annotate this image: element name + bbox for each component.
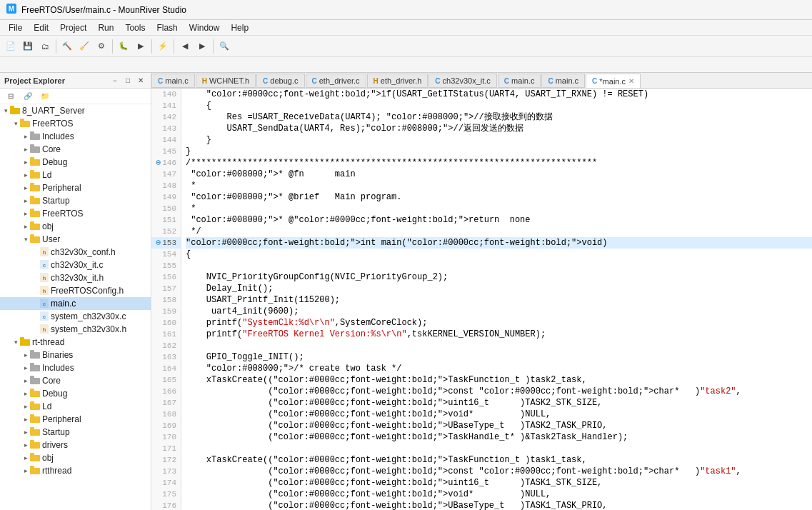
sidebar: Project Explorer － □ ✕ ⊟ 🔗 📁 ▾8_UART_Ser…	[0, 73, 151, 510]
tab-file-icon: C	[263, 77, 268, 85]
toolbar-flash[interactable]: ⚡	[155, 39, 171, 54]
menu-item-help[interactable]: Help	[225, 21, 254, 34]
tree-item-label: Startup	[42, 196, 70, 206]
line-number: 164	[151, 363, 181, 374]
sidebar-content[interactable]: ▾8_UART_Server▾FreeRTOS▸Includes▸Core▸De…	[0, 104, 151, 510]
tree-item-FreeRTOS2[interactable]: ▸FreeRTOS	[0, 207, 151, 220]
svg-rect-41	[30, 350, 34, 353]
tree-item-system_ch32v30x_c[interactable]: csystem_ch32v30x.c	[0, 310, 151, 323]
menu-item-flash[interactable]: Flash	[151, 21, 183, 34]
tree-node-icon	[30, 144, 40, 154]
tree-item-ch32v30x_it_c[interactable]: cch32v30x_it.c	[0, 259, 151, 271]
tree-item-label: Debug	[42, 157, 67, 167]
tab-5[interactable]: Cch32v30x_it.c	[428, 74, 497, 88]
tree-item-FreeRTOS[interactable]: ▾FreeRTOS	[0, 117, 151, 130]
tree-item-rtthread2[interactable]: ▸rtthread	[0, 464, 151, 477]
toolbar-sep4	[174, 39, 174, 54]
sidebar-link-editor[interactable]: 🔗	[20, 89, 36, 104]
code-editor[interactable]: 140141142143144145⊖146147148149150151152…	[151, 89, 812, 510]
menu-item-run[interactable]: Run	[92, 21, 119, 34]
sidebar-minimize[interactable]: －	[109, 75, 121, 86]
tree-item-main_c[interactable]: cmain.c	[0, 297, 151, 310]
sidebar-new-folder[interactable]: 📁	[37, 89, 53, 104]
tree-item-Ld[interactable]: ▸Ld	[0, 169, 151, 181]
tree-item-Binaries[interactable]: ▸Binaries	[0, 349, 151, 361]
tab-3[interactable]: Ceth_driver.c	[306, 74, 366, 88]
toolbar-new[interactable]: 📄	[3, 39, 19, 54]
tree-item-obj2[interactable]: ▸obj	[0, 451, 151, 464]
tree-item-label: Debug	[42, 389, 67, 399]
line-number: 154	[151, 249, 181, 260]
toolbar: 📄 💾 🗂 🔨 🧹 ⚙ 🐛 ▶ ⚡ ◀ ▶ 🔍	[0, 36, 812, 57]
tree-item-Ld2[interactable]: ▸Ld	[0, 400, 151, 413]
tree-item-Core1[interactable]: ▸Core	[0, 143, 151, 156]
toolbar-save[interactable]: 💾	[20, 39, 36, 54]
tree-item-Peripheral[interactable]: ▸Peripheral	[0, 181, 151, 194]
tree-node-icon	[30, 131, 40, 141]
tab-0[interactable]: Cmain.c	[151, 74, 195, 88]
tree-node-icon	[30, 389, 40, 399]
tree-item-Includes1[interactable]: ▸Includes	[0, 130, 151, 143]
tree-item-system_ch32v30x_h[interactable]: hsystem_ch32v30x.h	[0, 323, 151, 336]
tree-arrow: ▸	[21, 429, 30, 436]
tree-arrow: ▸	[21, 403, 30, 410]
toolbar-forward[interactable]: ▶	[194, 39, 210, 54]
svg-rect-50	[30, 416, 40, 423]
tree-item-FreeRTOSConfig_h[interactable]: hFreeRTOSConfig.h	[0, 284, 151, 297]
line-number: 150	[151, 203, 181, 214]
toolbar-sep3	[151, 39, 152, 54]
sidebar-maximize[interactable]: □	[122, 75, 134, 86]
tree-item-Core2[interactable]: ▸Core	[0, 374, 151, 387]
svg-text:M: M	[9, 5, 14, 13]
menu-item-project[interactable]: Project	[54, 21, 92, 34]
tab-2[interactable]: Cdebug.c	[256, 74, 304, 88]
line-number: 148	[151, 180, 181, 191]
toolbar-build[interactable]: 🔨	[59, 39, 75, 54]
code-content[interactable]: "color:#0000cc;font-weight:bold;">if(USA…	[181, 89, 812, 510]
menu-item-tools[interactable]: Tools	[119, 21, 151, 34]
tree-item-obj[interactable]: ▸obj	[0, 220, 151, 233]
toolbar-search[interactable]: 🔍	[216, 39, 232, 54]
tab-7[interactable]: Cmain.c	[541, 74, 585, 88]
tree-item-Debug[interactable]: ▸Debug	[0, 156, 151, 169]
menu-item-file[interactable]: File	[3, 21, 28, 34]
tree-item-Debug2[interactable]: ▸Debug	[0, 387, 151, 400]
tab-1[interactable]: HWCHNET.h	[196, 74, 256, 88]
sidebar-close[interactable]: ✕	[135, 75, 146, 86]
toolbar-clean[interactable]: 🧹	[76, 39, 92, 54]
tree-item-Startup2[interactable]: ▸Startup	[0, 426, 151, 439]
toolbar-build-all[interactable]: ⚙	[94, 39, 109, 54]
toolbar-back[interactable]: ◀	[177, 39, 193, 54]
tree-item-User[interactable]: ▾User	[0, 233, 151, 246]
line-number: 173	[151, 466, 181, 477]
sidebar-collapse-all[interactable]: ⊟	[3, 89, 19, 104]
tree-item-drivers[interactable]: ▸drivers	[0, 439, 151, 451]
tree-item-label: FreeRTOS	[32, 119, 74, 129]
toolbar-run[interactable]: ▶	[133, 39, 149, 54]
tree-item-8_UART_Server[interactable]: ▾8_UART_Server	[0, 104, 151, 117]
tab-6[interactable]: Cmain.c	[498, 74, 541, 88]
tree-item-label: ch32v30x_it.h	[51, 273, 104, 283]
tree-item-ch32v30x_it_h[interactable]: hch32v30x_it.h	[0, 271, 151, 284]
tree-item-Peripheral2[interactable]: ▸Peripheral	[0, 413, 151, 426]
tree-item-Startup[interactable]: ▸Startup	[0, 194, 151, 207]
sidebar-header-buttons: － □ ✕	[109, 75, 146, 86]
tab-4[interactable]: Heth_driver.h	[367, 74, 428, 88]
code-line: */	[186, 226, 812, 237]
toolbar-debug[interactable]: 🐛	[116, 39, 131, 54]
tab-close-button[interactable]: ✕	[628, 77, 634, 85]
menu-item-window[interactable]: Window	[184, 21, 226, 34]
tree-item-Includes2[interactable]: ▸Includes	[0, 361, 151, 374]
title-text: FreeRTOS/User/main.c - MounRiver Studio	[21, 5, 186, 15]
menu-item-edit[interactable]: Edit	[28, 21, 54, 34]
tree-node-icon: h	[40, 324, 49, 335]
code-line: uart4_init(9600);	[186, 306, 812, 317]
line-number: 142	[151, 111, 181, 123]
toolbar-save-all[interactable]: 🗂	[37, 39, 53, 54]
line-number: 176	[151, 500, 181, 510]
tab-8[interactable]: C*main.c✕	[586, 74, 641, 88]
line-number: 147	[151, 169, 181, 180]
tree-item-ch32v30x_conf_h[interactable]: hch32v30x_conf.h	[0, 246, 151, 259]
tree-item-rt-thread[interactable]: ▾rt-thread	[0, 336, 151, 349]
code-line: USART_SendData(UART4, Res);"color:#00800…	[186, 123, 812, 134]
